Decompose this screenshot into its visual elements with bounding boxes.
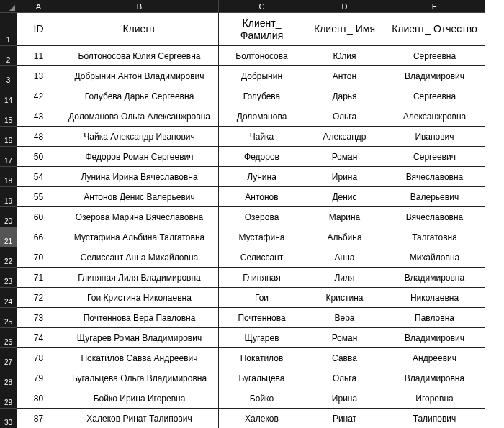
cell[interactable]: 54 (17, 167, 60, 187)
cell[interactable]: Анна (305, 247, 384, 268)
cell[interactable]: Озерова Марина Вячеславовна (60, 207, 219, 227)
cell[interactable]: Антон (305, 66, 384, 86)
cell[interactable]: Вера (305, 308, 384, 328)
cell[interactable]: Юлия (305, 46, 384, 66)
row-header[interactable]: 30 (0, 409, 17, 428)
cell[interactable]: Михайловна (384, 247, 485, 268)
cell[interactable]: Покатилов Савва Андреевич (60, 348, 219, 368)
cell[interactable]: Гои Кристина Николаевна (60, 288, 219, 308)
cell[interactable]: Покатилов (219, 348, 305, 368)
cell[interactable]: Лунина (219, 167, 305, 187)
cell[interactable]: 71 (17, 268, 60, 288)
cell[interactable]: Марина (305, 207, 384, 227)
cell[interactable]: Дарья (305, 86, 384, 106)
cell[interactable]: 42 (17, 86, 60, 106)
cell[interactable]: 74 (17, 328, 60, 348)
header-cell-E[interactable]: Клиент_ Отчество (384, 13, 485, 46)
cell[interactable]: Талипович (384, 409, 485, 428)
row-header[interactable]: 20 (0, 207, 17, 227)
cell[interactable]: Антонов Денис Валерьевич (60, 187, 219, 207)
cell[interactable]: Владимирович (384, 328, 485, 348)
cell[interactable]: Бойко Ирина Игоревна (60, 388, 219, 409)
cell[interactable]: Гои (219, 288, 305, 308)
cell[interactable]: Голубева (219, 86, 305, 106)
cell[interactable]: Лунина Ирина Вячеславовна (60, 167, 219, 187)
cell[interactable]: Селиссант (219, 247, 305, 268)
cell[interactable]: Чайка Александр Иванович (60, 127, 219, 147)
cell[interactable]: 55 (17, 187, 60, 207)
cell[interactable]: Голубева Дарья Сергеевна (60, 86, 219, 106)
cell[interactable]: Вячеславовна (384, 167, 485, 187)
cell[interactable]: Болтоносова (219, 46, 305, 66)
cell[interactable]: Бугальцева (219, 368, 305, 388)
cell[interactable]: Талгатовна (384, 227, 485, 247)
cell[interactable]: Ирина (305, 167, 384, 187)
cell[interactable]: 78 (17, 348, 60, 368)
cell[interactable]: Валерьевич (384, 187, 485, 207)
row-header[interactable]: 15 (0, 106, 17, 127)
cell[interactable]: Доломанова Ольга Алексанжровна (60, 106, 219, 127)
row-header[interactable]: 26 (0, 328, 17, 348)
cell[interactable]: Кристина (305, 288, 384, 308)
row-header[interactable]: 14 (0, 86, 17, 106)
cell[interactable]: Савва (305, 348, 384, 368)
cell[interactable]: Ольга (305, 106, 384, 127)
cell[interactable]: Сергеевич (384, 147, 485, 167)
column-header-A[interactable]: A (17, 0, 60, 13)
row-header[interactable]: 19 (0, 187, 17, 207)
cell[interactable]: Федоров Роман Сергеевич (60, 147, 219, 167)
cell[interactable]: Лиля (305, 268, 384, 288)
cell[interactable]: Сергеевна (384, 46, 485, 66)
cell[interactable]: Щугарев Роман Владимирович (60, 328, 219, 348)
spreadsheet[interactable]: ABCDE1IDКлиентКлиент_ ФамилияКлиент_ Имя… (0, 0, 504, 428)
row-header[interactable]: 23 (0, 268, 17, 288)
cell[interactable]: Чайка (219, 127, 305, 147)
cell[interactable]: Халеков Ринат Талипович (60, 409, 219, 428)
row-header[interactable]: 16 (0, 127, 17, 147)
cell[interactable]: Вячеславовна (384, 207, 485, 227)
header-cell-B[interactable]: Клиент (60, 13, 219, 46)
cell[interactable]: Александр (305, 127, 384, 147)
row-header[interactable]: 17 (0, 147, 17, 167)
cell[interactable]: 60 (17, 207, 60, 227)
cell[interactable]: 73 (17, 308, 60, 328)
header-cell-C[interactable]: Клиент_ Фамилия (219, 13, 305, 46)
cell[interactable]: Халеков (219, 409, 305, 428)
row-header[interactable]: 3 (0, 66, 17, 86)
cell[interactable]: 72 (17, 288, 60, 308)
cell[interactable]: Владимировна (384, 268, 485, 288)
cell[interactable]: 66 (17, 227, 60, 247)
cell[interactable]: Добрынин Антон Владимирович (60, 66, 219, 86)
row-header[interactable]: 24 (0, 288, 17, 308)
header-cell-D[interactable]: Клиент_ Имя (305, 13, 384, 46)
cell[interactable]: Игоревна (384, 388, 485, 409)
cell[interactable]: Павловна (384, 308, 485, 328)
cell[interactable]: Глиняная (219, 268, 305, 288)
cell[interactable]: Щугарев (219, 328, 305, 348)
cell[interactable]: Мустафина Альбина Талгатовна (60, 227, 219, 247)
cell[interactable]: Федоров (219, 147, 305, 167)
cell[interactable]: Альбина (305, 227, 384, 247)
cell[interactable]: Андреевич (384, 348, 485, 368)
cell[interactable]: Бугальцева Ольга Владимировна (60, 368, 219, 388)
select-all-corner[interactable] (0, 0, 17, 13)
cell[interactable]: Озерова (219, 207, 305, 227)
cell[interactable]: 13 (17, 66, 60, 86)
column-header-E[interactable]: E (384, 0, 485, 13)
cell[interactable]: Николаевна (384, 288, 485, 308)
column-header-B[interactable]: B (60, 0, 219, 13)
cell[interactable]: 48 (17, 127, 60, 147)
cell[interactable]: Ольга (305, 368, 384, 388)
cell[interactable]: Алексанжровна (384, 106, 485, 127)
row-header[interactable]: 28 (0, 368, 17, 388)
cell[interactable]: 80 (17, 388, 60, 409)
cell[interactable]: 87 (17, 409, 60, 428)
cell[interactable]: Мустафина (219, 227, 305, 247)
row-header[interactable]: 22 (0, 247, 17, 268)
cell[interactable]: Сергеевна (384, 86, 485, 106)
row-header[interactable]: 25 (0, 308, 17, 328)
column-header-C[interactable]: C (219, 0, 305, 13)
cell[interactable]: Бойко (219, 388, 305, 409)
row-header-1[interactable]: 1 (0, 13, 17, 46)
cell[interactable]: Антонов (219, 187, 305, 207)
